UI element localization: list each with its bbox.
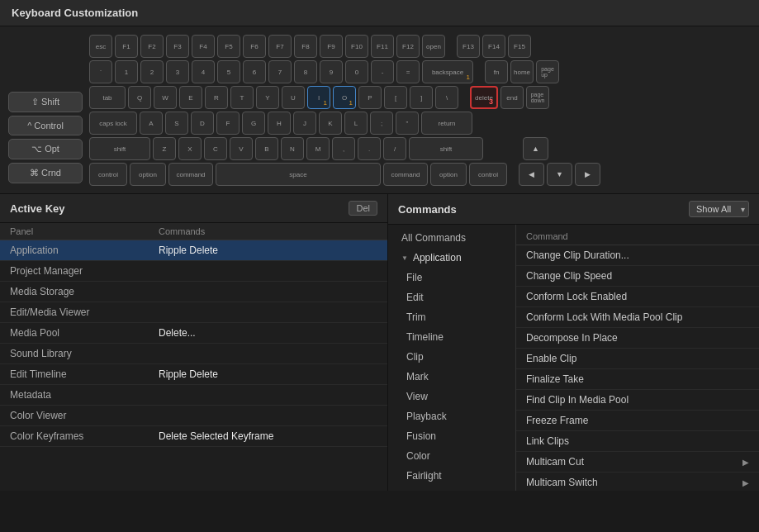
key-equals[interactable]: =: [396, 60, 420, 83]
category-item[interactable]: All Commands: [388, 228, 515, 248]
key-shift-left[interactable]: shift: [89, 137, 150, 160]
key-6[interactable]: 6: [243, 60, 266, 83]
key-capslock[interactable]: caps lock: [89, 112, 137, 135]
key-backspace[interactable]: backspace1: [422, 60, 473, 83]
key-semicolon[interactable]: ;: [370, 112, 393, 135]
key-9[interactable]: 9: [320, 60, 343, 83]
key-t[interactable]: T: [230, 86, 254, 109]
key-period[interactable]: .: [358, 137, 381, 160]
command-item[interactable]: Multicam Switch▶: [516, 473, 759, 491]
category-item[interactable]: Mark: [388, 367, 515, 387]
key-backslash[interactable]: \: [435, 86, 458, 109]
key-space[interactable]: space: [216, 163, 381, 186]
category-item[interactable]: Fairlight: [388, 466, 515, 486]
key-o[interactable]: O1: [333, 86, 356, 109]
key-return[interactable]: return: [421, 112, 472, 135]
category-item[interactable]: Timeline: [388, 327, 515, 347]
key-shift-right[interactable]: shift: [409, 137, 483, 160]
command-item[interactable]: Enable Clip: [516, 349, 759, 369]
category-item[interactable]: Trim: [388, 307, 515, 327]
key-ctrl-left[interactable]: control: [89, 163, 127, 186]
key-f11[interactable]: F11: [371, 35, 394, 58]
key-quote[interactable]: ": [396, 112, 419, 135]
category-item[interactable]: View: [388, 387, 515, 406]
key-slash[interactable]: /: [383, 137, 406, 160]
control-modifier[interactable]: ^ Control: [8, 116, 83, 135]
key-end[interactable]: end: [500, 86, 524, 109]
key-option-left[interactable]: option: [130, 163, 166, 186]
key-rbracket[interactable]: ]: [410, 86, 433, 109]
key-g[interactable]: G: [242, 112, 265, 135]
active-key-row[interactable]: Edit Timeline Ripple Delete: [0, 364, 387, 385]
key-1[interactable]: 1: [115, 60, 138, 83]
command-item[interactable]: Multicam Cut▶: [516, 452, 759, 473]
command-item[interactable]: Find Clip In Media Pool: [516, 390, 759, 411]
key-f1[interactable]: F1: [115, 35, 138, 58]
key-arrow-down[interactable]: ▼: [547, 163, 572, 186]
key-b[interactable]: B: [255, 137, 278, 160]
key-open[interactable]: open: [422, 35, 445, 58]
command-item[interactable]: Change Clip Duration...: [516, 245, 759, 266]
category-item[interactable]: ▼ Application: [388, 248, 515, 268]
key-f9[interactable]: F9: [320, 35, 343, 58]
key-i[interactable]: I1: [307, 86, 330, 109]
active-key-row[interactable]: Media Pool Delete...: [0, 323, 387, 344]
del-badge[interactable]: Del: [349, 201, 377, 216]
key-f8[interactable]: F8: [294, 35, 317, 58]
key-k[interactable]: K: [319, 112, 342, 135]
key-q[interactable]: Q: [128, 86, 151, 109]
active-key-row[interactable]: Project Manager: [0, 261, 387, 282]
key-arrow-left[interactable]: ◀: [519, 163, 544, 186]
category-item[interactable]: Clip: [388, 347, 515, 367]
key-arrow-right[interactable]: ▶: [575, 163, 600, 186]
cmd-modifier[interactable]: ⌘ Crnd: [8, 163, 83, 183]
key-z[interactable]: Z: [153, 137, 176, 160]
key-w[interactable]: W: [154, 86, 177, 109]
opt-modifier[interactable]: ⌥ Opt: [8, 139, 83, 159]
key-7[interactable]: 7: [268, 60, 292, 83]
key-ctrl-right[interactable]: control: [469, 163, 507, 186]
key-a[interactable]: A: [140, 112, 163, 135]
key-e[interactable]: E: [179, 86, 202, 109]
show-all-select[interactable]: Show All: [689, 201, 749, 217]
key-f6[interactable]: F6: [243, 35, 266, 58]
key-f4[interactable]: F4: [192, 35, 215, 58]
key-cmd-right[interactable]: command: [383, 163, 428, 186]
key-pageup[interactable]: pageup: [536, 60, 559, 83]
key-r[interactable]: R: [205, 86, 228, 109]
key-d[interactable]: D: [191, 112, 214, 135]
key-u[interactable]: U: [282, 86, 305, 109]
key-home[interactable]: home: [510, 60, 534, 83]
key-c[interactable]: C: [204, 137, 227, 160]
key-h[interactable]: H: [268, 112, 291, 135]
key-fn[interactable]: fn: [485, 60, 508, 83]
command-item[interactable]: Link Clips: [516, 431, 759, 452]
key-s[interactable]: S: [165, 112, 188, 135]
key-3[interactable]: 3: [166, 60, 189, 83]
active-key-row[interactable]: Sound Library: [0, 344, 387, 364]
key-f14[interactable]: F14: [482, 35, 505, 58]
key-esc[interactable]: esc: [89, 35, 112, 58]
active-key-row[interactable]: Media Storage: [0, 282, 387, 302]
key-l[interactable]: L: [344, 112, 368, 135]
command-item[interactable]: Change Clip Speed: [516, 266, 759, 287]
key-f12[interactable]: F12: [396, 35, 420, 58]
active-key-row[interactable]: Application Ripple Delete: [0, 240, 387, 261]
key-delete[interactable]: delete3: [470, 86, 498, 109]
active-key-row[interactable]: Metadata: [0, 385, 387, 406]
key-m[interactable]: M: [306, 137, 330, 160]
key-8[interactable]: 8: [294, 60, 317, 83]
active-key-row[interactable]: Color Keyframes Delete Selected Keyframe: [0, 426, 387, 447]
key-p[interactable]: P: [358, 86, 382, 109]
key-f13[interactable]: F13: [457, 35, 480, 58]
key-f7[interactable]: F7: [268, 35, 292, 58]
key-v[interactable]: V: [230, 137, 253, 160]
key-4[interactable]: 4: [192, 60, 215, 83]
command-item[interactable]: Decompose In Place: [516, 328, 759, 349]
key-comma[interactable]: ,: [332, 137, 355, 160]
key-f5[interactable]: F5: [217, 35, 240, 58]
key-tab[interactable]: tab: [89, 86, 126, 109]
key-lbracket[interactable]: [: [384, 86, 407, 109]
command-item[interactable]: Conform Lock Enabled: [516, 287, 759, 307]
command-item[interactable]: Freeze Frame: [516, 411, 759, 431]
